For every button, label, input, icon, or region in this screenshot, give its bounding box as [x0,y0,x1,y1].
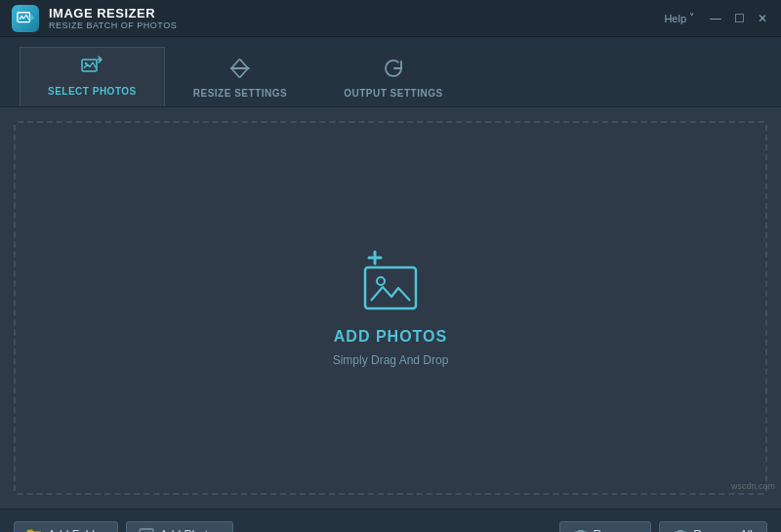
minimize-button[interactable]: — [709,12,722,25]
app-title: IMAGE RESIZER [49,6,177,20]
resize-settings-icon [229,58,251,84]
remove-button[interactable]: Remove [559,521,652,533]
remove-buttons: Remove Remove All [559,521,767,533]
photo-icon [139,528,154,533]
maximize-button[interactable]: ☐ [732,12,746,25]
close-button[interactable]: ✕ [756,12,769,25]
tab-output-settings-label: OUTPUT SETTINGS [344,88,442,99]
add-photos-button[interactable]: Add Photos [126,521,233,533]
watermark: wscdn.com [731,481,775,491]
tab-select-photos-label: SELECT PHOTOS [48,86,137,97]
app-icon [12,5,39,32]
help-button[interactable]: Help ˅ [664,12,695,24]
title-bar-right: Help ˅ — ☐ ✕ [664,12,769,25]
bottom-bar: Add Folder Add Photos Remove Rem [0,509,781,532]
svg-point-7 [377,277,385,285]
select-photos-icon [81,56,103,82]
remove-all-button[interactable]: Remove All [659,521,767,533]
add-photos-subtitle: Simply Drag And Drop [333,353,449,367]
add-folder-button[interactable]: Add Folder [14,521,118,533]
drop-zone-content: ADD PHOTOS Simply Drag And Drop [333,250,449,367]
svg-point-1 [21,15,22,17]
add-photos-title: ADD PHOTOS [334,328,447,346]
svg-point-3 [85,62,87,64]
title-text: IMAGE RESIZER RESIZE BATCH OF PHOTOS [49,6,177,30]
add-photos-icon [348,250,433,320]
folder-icon [26,528,42,533]
tab-select-photos[interactable]: SELECT PHOTOS [20,47,165,106]
tabs-bar: SELECT PHOTOS RESIZE SETTINGS OUTPUT SET… [0,37,781,107]
remove-all-icon [674,528,687,533]
svg-rect-6 [365,267,416,308]
tab-resize-settings[interactable]: RESIZE SETTINGS [165,49,315,106]
title-bar-left: IMAGE RESIZER RESIZE BATCH OF PHOTOS [12,5,177,32]
add-buttons: Add Folder Add Photos [14,521,233,533]
title-bar: IMAGE RESIZER RESIZE BATCH OF PHOTOS Hel… [0,0,781,37]
tab-resize-settings-label: RESIZE SETTINGS [193,88,287,99]
drop-zone[interactable]: ADD PHOTOS Simply Drag And Drop [14,121,767,495]
window-controls: — ☐ ✕ [709,12,769,25]
app-subtitle: RESIZE BATCH OF PHOTOS [49,20,177,30]
tab-output-settings[interactable]: OUTPUT SETTINGS [315,49,471,106]
remove-icon [574,528,588,533]
svg-rect-9 [140,529,153,533]
output-settings-icon [383,58,404,84]
